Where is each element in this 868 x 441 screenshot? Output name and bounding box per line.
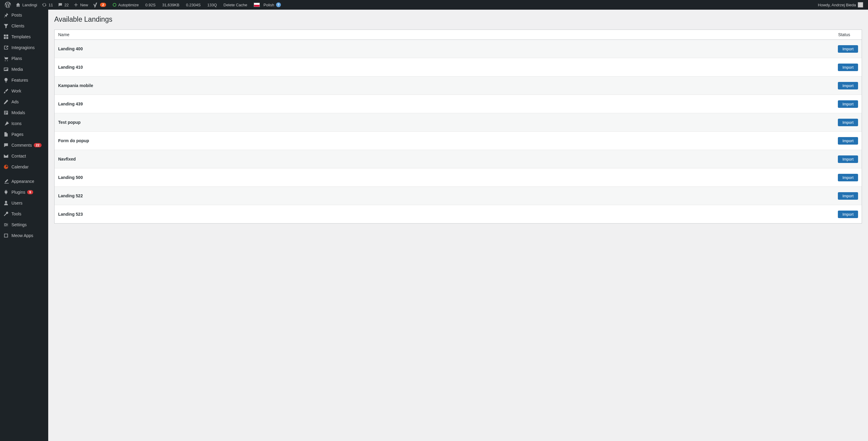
landing-name: Landing 410 (58, 62, 831, 72)
autoptimize-label: Autoptimize (118, 3, 138, 7)
import-button[interactable]: Import (838, 211, 858, 218)
landing-name: Navfixed (58, 154, 831, 164)
table-row: Form do popupImport (55, 131, 862, 150)
import-button[interactable]: Import (838, 192, 858, 200)
import-button[interactable]: Import (838, 64, 858, 71)
col-status: Status (835, 30, 862, 39)
sidebar-item-contact[interactable]: Contact (0, 151, 48, 161)
sidebar-item-posts[interactable]: Posts (0, 10, 48, 21)
main-content: Available Landings Name Status Landing 4… (48, 10, 868, 235)
sidebar-item-features[interactable]: Features (0, 75, 48, 86)
import-button[interactable]: Import (838, 119, 858, 126)
sidebar-item-settings[interactable]: Settings (0, 219, 48, 230)
stat-memory[interactable]: 31,639KB (158, 0, 182, 10)
carrot-icon (3, 121, 9, 127)
language-link[interactable]: Polish ? (250, 0, 283, 10)
pushpin-icon (3, 12, 9, 18)
landing-status-cell: Import (831, 64, 858, 71)
import-button[interactable]: Import (838, 100, 858, 108)
new-label: New (80, 3, 88, 7)
table-header: Name Status (55, 30, 862, 40)
media-icon (3, 66, 9, 72)
home-icon (16, 2, 21, 7)
sidebar-item-icons[interactable]: Icons (0, 118, 48, 129)
sidebar-item-tools[interactable]: Tools (0, 209, 48, 219)
sidebar-item-clients[interactable]: Clients (0, 21, 48, 31)
admin-bar: Landingi 11 22 New 2 Autoptimize 0.92S 3… (0, 0, 868, 10)
import-button[interactable]: Import (838, 82, 858, 90)
stat-time[interactable]: 0.92S (141, 0, 158, 10)
landing-status-cell: Import (831, 155, 858, 163)
sidebar-item-label: Comments (11, 143, 32, 148)
sidebar-item-label: Ads (11, 99, 19, 104)
admin-sidebar: PostsClientsTemplatesIntegragionsPlansMe… (0, 10, 48, 235)
refresh-icon (42, 2, 47, 7)
updates-link[interactable]: 11 (39, 0, 55, 10)
wp-logo[interactable] (2, 0, 13, 10)
site-name-link[interactable]: Landingi (13, 0, 39, 10)
sidebar-item-meow-apps[interactable]: Meow Apps (0, 230, 48, 235)
delete-cache-link[interactable]: Delete Cache (219, 0, 250, 10)
yoast-icon (93, 2, 98, 7)
sidebar-item-badge: 9 (27, 190, 33, 194)
sidebar-item-label: Contact (11, 154, 26, 158)
yoast-link[interactable]: 2 (90, 0, 108, 10)
import-button[interactable]: Import (838, 45, 858, 53)
language-label: Polish (264, 3, 274, 7)
autoptimize-link[interactable]: Autoptimize (108, 0, 141, 10)
landing-name: Landing 400 (58, 44, 831, 54)
sidebar-item-modals[interactable]: Modals (0, 107, 48, 118)
landing-name: Test popup (58, 118, 831, 127)
comment-icon (58, 2, 63, 7)
bulb-icon (3, 77, 9, 83)
col-name: Name (55, 30, 835, 39)
sidebar-item-label: Plans (11, 56, 22, 61)
sidebar-item-plans[interactable]: Plans (0, 53, 48, 64)
landing-name: Landing 523 (58, 209, 831, 219)
landing-name: Landing 522 (58, 191, 831, 200)
sidebar-item-label: Posts (11, 13, 22, 18)
landing-name: Kampania mobile (58, 81, 831, 90)
table-row: Test popupImport (55, 113, 862, 131)
import-button[interactable]: Import (838, 155, 858, 163)
sidebar-item-label: Tools (11, 212, 22, 216)
sidebar-item-templates[interactable]: Templates (0, 31, 48, 42)
import-button[interactable]: Import (838, 174, 858, 181)
landing-status-cell: Import (831, 82, 858, 90)
sidebar-item-label: Media (11, 67, 23, 72)
sidebar-item-users[interactable]: Users (0, 198, 48, 209)
table-row: Kampania mobileImport (55, 76, 862, 95)
user-account-link[interactable]: Howdy, Andrzej Bieda (814, 0, 866, 10)
sidebar-item-work[interactable]: Work (0, 86, 48, 96)
sidebar-item-pages[interactable]: Pages (0, 129, 48, 140)
sidebar-item-plugins[interactable]: Plugins9 (0, 187, 48, 198)
brush-icon (3, 88, 9, 94)
status-circle-icon (113, 3, 116, 7)
sidebar-item-label: Pages (11, 132, 24, 137)
landing-status-cell: Import (831, 119, 858, 126)
new-content-link[interactable]: New (71, 0, 90, 10)
help-icon[interactable]: ? (276, 2, 281, 7)
user-avatar (858, 2, 863, 7)
sidebar-item-label: Appearance (11, 179, 34, 184)
sidebar-item-integragions[interactable]: Integragions (0, 42, 48, 53)
stat-time2[interactable]: 0.2304S (182, 0, 203, 10)
sidebar-item-label: Plugins (11, 190, 25, 195)
sidebar-item-label: Features (11, 78, 28, 83)
landing-status-cell: Import (831, 211, 858, 218)
import-button[interactable]: Import (838, 137, 858, 145)
table-row: Landing 439Import (55, 95, 862, 113)
sidebar-item-comments[interactable]: Comments22 (0, 140, 48, 151)
polish-flag-icon (254, 3, 260, 7)
table-row: NavfixedImport (55, 150, 862, 168)
sidebar-item-ads[interactable]: Ads (0, 96, 48, 107)
yoast-count: 2 (100, 3, 106, 7)
sidebar-item-calendar[interactable]: Calendar (0, 161, 48, 172)
sidebar-item-media[interactable]: Media (0, 64, 48, 75)
stat-queries[interactable]: 133Q (203, 0, 219, 10)
sidebar-item-appearance[interactable]: Appearance (0, 176, 48, 187)
export-icon (3, 44, 9, 51)
pencil-icon (3, 99, 9, 105)
comments-link[interactable]: 22 (56, 0, 71, 10)
sidebar-item-label: Users (11, 200, 23, 206)
